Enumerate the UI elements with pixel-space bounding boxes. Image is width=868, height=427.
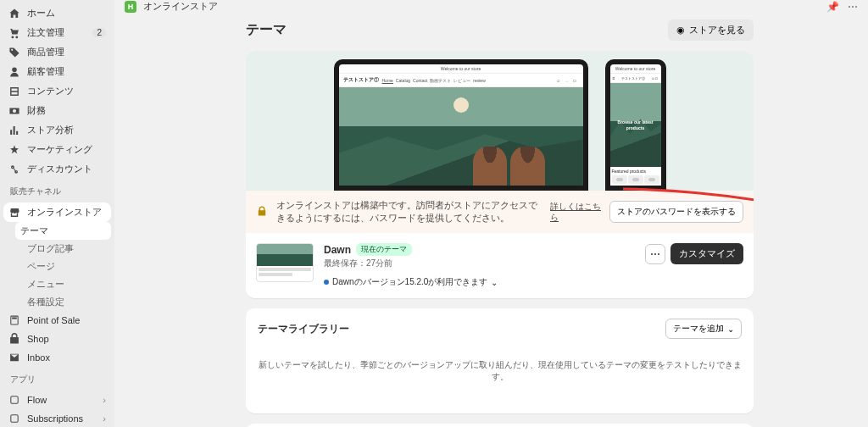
chevron-down-icon: ⌄ xyxy=(727,324,734,334)
library-title: テーマライブラリー xyxy=(258,322,349,336)
nav-item-shop[interactable]: Shop xyxy=(0,330,114,348)
preview-hero xyxy=(339,87,583,186)
preview-announcement: Welcome to our store xyxy=(339,64,583,74)
subnav-item[interactable]: テーマ xyxy=(15,222,111,240)
more-icon[interactable]: ⋯ xyxy=(848,1,858,13)
svg-rect-1 xyxy=(12,318,17,319)
preview-nav-link: 動画テスト xyxy=(430,78,451,83)
finance-icon xyxy=(8,105,20,117)
nav-label: Inbox xyxy=(27,352,50,363)
main-content: H オンラインストア 📌 ⋯ テーマ ◉ ストアを見る Welcome to o… xyxy=(114,0,868,427)
store-icon xyxy=(8,207,20,219)
view-store-button[interactable]: ◉ ストアを見る xyxy=(668,19,754,41)
nav-item-orders[interactable]: 注文管理2 xyxy=(0,23,114,42)
nav-item-content[interactable]: コンテンツ xyxy=(0,81,114,101)
subnav-item[interactable]: メニュー xyxy=(19,275,114,293)
nav-label: Flow xyxy=(27,395,47,405)
nav-item-discounts[interactable]: ディスカウント xyxy=(0,159,114,179)
nav-item-marketing[interactable]: マーケティング xyxy=(0,140,114,159)
nav-item-inbox[interactable]: Inbox xyxy=(0,348,114,367)
customers-icon xyxy=(8,66,20,78)
nav-label: Shop xyxy=(27,334,49,344)
show-password-button[interactable]: ストアのパスワードを表示する xyxy=(609,201,743,223)
nav-item-analytics[interactable]: ストア分析 xyxy=(0,120,114,140)
nav-item-customers[interactable]: 顧客管理 xyxy=(0,62,114,81)
eye-icon: ◉ xyxy=(676,25,685,36)
nav-item-finance[interactable]: 財務 xyxy=(0,101,114,120)
nav-label: オンラインストア xyxy=(27,206,102,219)
chevron-right-icon: › xyxy=(103,395,106,405)
theme-preview: Welcome to our store テストストア① HomeCatalog… xyxy=(246,51,754,191)
theme-name: Dawn xyxy=(324,244,351,256)
nav-label: マーケティング xyxy=(27,143,92,156)
nav-label: 財務 xyxy=(27,104,46,117)
saved-label: 最終保存： xyxy=(324,258,366,268)
saved-value: 27分前 xyxy=(366,258,392,268)
svg-rect-2 xyxy=(11,396,18,403)
products-icon xyxy=(8,47,20,58)
nav-label: ストア分析 xyxy=(27,124,74,136)
lock-icon xyxy=(256,205,268,219)
sidebar: ホーム注文管理2商品管理顧客管理コンテンツ財務ストア分析マーケティングディスカウ… xyxy=(0,0,114,427)
theme-library-card: テーマライブラリー テーマを追加 ⌄ 新しいテーマを試したり、季節ごとのバージョ… xyxy=(246,308,754,413)
nav-item-pos[interactable]: Point of Sale xyxy=(0,311,114,330)
nav-label: 商品管理 xyxy=(27,46,64,58)
marketing-icon xyxy=(8,144,20,156)
preview-nav-link: Home xyxy=(382,78,393,83)
channels-header: 販売チャネル xyxy=(0,179,114,199)
chevron-right-icon: › xyxy=(103,413,106,424)
orders-icon xyxy=(8,27,20,39)
theme-more-button[interactable]: ⋯ xyxy=(645,244,665,264)
view-store-label: ストアを見る xyxy=(689,24,745,36)
nav-label: 顧客管理 xyxy=(27,65,64,78)
theme-version-notice[interactable]: Dawnのバージョン15.2.0が利用できます ⌄ xyxy=(324,276,635,288)
add-theme-button[interactable]: テーマを追加 ⌄ xyxy=(665,319,742,339)
banner-learn-more[interactable]: 詳しくはこちら xyxy=(550,201,601,223)
subnav-item[interactable]: 各種設定 xyxy=(19,293,114,311)
pin-icon[interactable]: 📌 xyxy=(826,1,839,13)
nav-label: Point of Sale xyxy=(27,315,80,325)
desktop-preview: Welcome to our store テストストア① HomeCatalog… xyxy=(334,59,588,191)
discounts-icon xyxy=(8,164,20,175)
subnav-item[interactable]: ページ xyxy=(19,258,114,275)
preview-brand: テストストア① xyxy=(343,76,379,84)
mobile-preview: Welcome to our store ≡テストストア①⌕ ☐ Browse … xyxy=(605,59,666,191)
nav-label: 注文管理 xyxy=(27,26,64,39)
analytics-icon xyxy=(8,125,20,136)
mobile-hero-text: Browse our latest products xyxy=(610,119,661,130)
nav-item-home[interactable]: ホーム xyxy=(0,3,114,23)
svg-rect-3 xyxy=(11,415,18,422)
library-description: 新しいテーマを試したり、季節ごとのバージョンアップに取り組んだり、現在使用してい… xyxy=(258,339,742,403)
store-name: オンラインストア xyxy=(143,0,218,13)
popular-themes-card: 人気のある無料のテーマ xyxy=(246,424,754,427)
preview-nav-link: レビュー xyxy=(453,78,470,83)
app-icon xyxy=(8,413,20,424)
preview-nav-link: Catalog xyxy=(396,78,410,83)
apps-header: アプリ xyxy=(0,367,114,387)
nav-item-store[interactable]: オンラインストア xyxy=(3,202,111,222)
shop-icon xyxy=(8,333,20,345)
chevron-down-icon: ⌄ xyxy=(491,278,498,287)
pos-icon xyxy=(8,314,20,326)
nav-item-products[interactable]: 商品管理 xyxy=(0,42,114,62)
nav-item-app[interactable]: Flow› xyxy=(0,391,114,409)
nav-item-app[interactable]: Subscriptions› xyxy=(0,409,114,427)
customize-button[interactable]: カスタマイズ xyxy=(670,243,743,264)
nav-label: コンテンツ xyxy=(27,85,74,97)
page-title: テーマ xyxy=(246,21,287,39)
topbar: H オンラインストア 📌 ⋯ xyxy=(114,0,868,13)
banner-text: オンラインストアは構築中です。訪問者がストアにアクセスできるようにするには、パス… xyxy=(276,199,542,225)
update-dot-icon xyxy=(324,280,329,285)
preview-nav-link: review xyxy=(473,78,485,83)
current-theme-badge: 現在のテーマ xyxy=(356,243,412,256)
content-icon xyxy=(8,86,20,97)
nav-badge: 2 xyxy=(92,28,106,37)
preview-nav-link: Contact xyxy=(413,78,427,83)
subnav-item[interactable]: ブログ記事 xyxy=(19,240,114,258)
nav-label: Subscriptions xyxy=(27,413,83,424)
nav-label: ディスカウント xyxy=(27,163,92,175)
inbox-icon xyxy=(8,352,20,363)
preview-icons: ⌕ ◡ ☐ xyxy=(557,78,578,83)
nav-label: ホーム xyxy=(27,7,55,19)
store-logo-icon: H xyxy=(125,1,136,13)
